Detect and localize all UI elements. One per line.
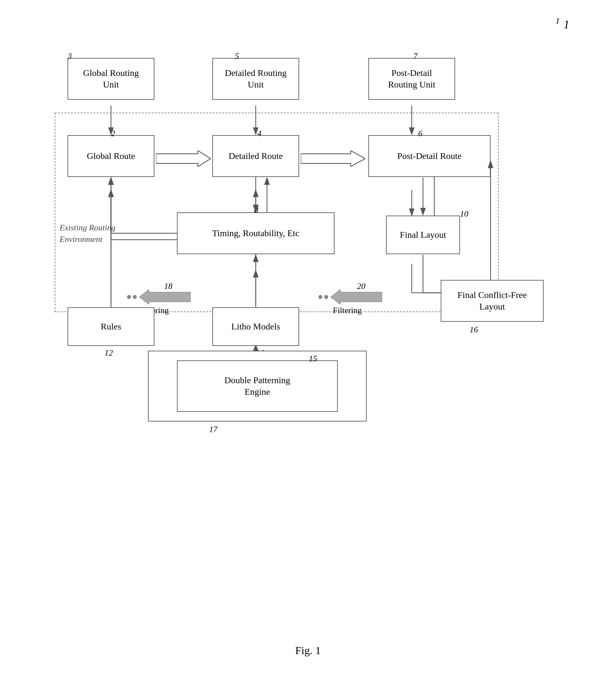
double-patterning-label: Double Patterning Engine [225,375,291,398]
box-rules: Rules [68,307,155,346]
box-timing: Timing, Routability, Etc [177,212,334,254]
svg-marker-18 [301,151,365,167]
global-routing-unit-label: Global Routing Unit [83,67,139,91]
filtering-left-container [127,290,191,304]
label-n15: 15 [309,354,317,363]
hollow-arrow-gr-dr [156,151,211,167]
label-n7: 7 [413,52,418,61]
box-post-detail-routing-unit: Post-Detail Routing Unit [368,58,455,100]
svg-marker-32 [331,290,382,304]
detailed-routing-unit-label: Detailed Routing Unit [225,67,287,91]
timing-label: Timing, Routability, Etc [212,227,300,239]
box-global-routing-unit: Global Routing Unit [68,58,155,100]
label-n18: 18 [164,282,172,291]
box-post-detail-route: Post-Detail Route [368,135,491,177]
svg-marker-17 [156,151,211,167]
detailed-route-label: Detailed Route [229,150,283,162]
box-litho-models: Litho Models [212,307,299,346]
final-conflict-free-label: Final Conflict-Free Layout [457,289,527,313]
label-n16: 16 [470,325,478,335]
post-detail-route-label: Post-Detail Route [397,150,461,162]
hollow-arrow-dr-pdr [301,151,365,167]
diagram-container: 1 Global Routing Unit 3 Detailed Routing… [48,26,563,637]
box-final-layout: Final Layout [386,216,460,254]
label-n12: 12 [105,348,113,358]
label-n4: 4 [257,129,261,138]
label-n17: 17 [209,425,218,434]
fig-caption: Fig. 1 [295,644,321,657]
box-double-patterning-engine: Double Patterning Engine [177,360,338,412]
rules-label: Rules [101,321,121,332]
figure-number: 1 [564,18,569,31]
label-n20: 20 [357,282,365,291]
box-final-conflict-free: Final Conflict-Free Layout [441,280,544,322]
post-detail-routing-unit-label: Post-Detail Routing Unit [388,67,435,91]
box-detailed-route: Detailed Route [212,135,299,177]
svg-marker-31 [139,290,191,304]
box-detailed-routing-unit: Detailed Routing Unit [212,58,299,100]
label-n2: 2 [111,129,115,138]
label-n1: 1 [556,16,560,26]
filtering-right-label: Filtering [333,306,362,315]
global-route-label: Global Route [87,150,135,162]
label-n8: 8 [254,205,258,215]
box-global-route: Global Route [68,135,155,177]
label-n6: 6 [418,129,422,138]
litho-models-label: Litho Models [231,321,280,332]
existing-routing-env-label: Existing Routing Environment [60,222,116,245]
label-n10: 10 [460,209,468,219]
final-layout-label: Final Layout [400,229,446,241]
label-n3: 3 [68,52,72,61]
box-double-patterning-outer: Double Patterning Engine [148,351,367,421]
filtering-right-container [318,290,382,304]
label-n5: 5 [235,52,239,61]
